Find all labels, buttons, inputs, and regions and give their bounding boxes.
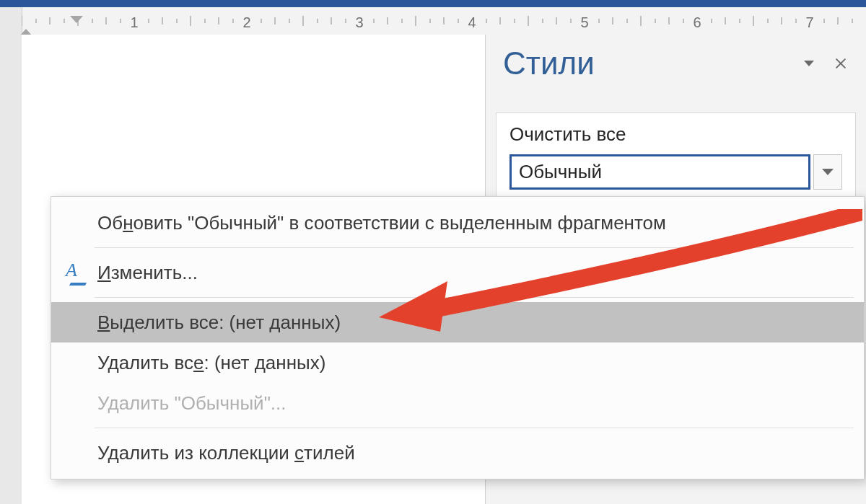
ruler-num: 6 (693, 14, 701, 30)
ruler-num: 3 (355, 14, 363, 30)
menu-remove-from-gallery[interactable]: Удалить из коллекции стилей (51, 433, 864, 473)
styles-list: Очистить все Обычный (496, 112, 856, 206)
modify-style-icon: A (66, 262, 86, 283)
menu-select-all-instances[interactable]: Выделить все: (нет данных) (51, 302, 864, 342)
menu-separator (95, 297, 854, 298)
style-dropdown-button[interactable] (813, 154, 842, 190)
style-selected-label[interactable]: Обычный (509, 154, 810, 190)
menu-separator (95, 428, 854, 428)
ruler-num: 7 (805, 14, 813, 30)
ruler-num: 2 (242, 14, 250, 30)
ruler-num: 4 (468, 14, 476, 30)
menu-remove-all-instances[interactable]: Удалить все: (нет данных) (51, 342, 864, 383)
menu-delete-style: Удалить "Обычный"... (51, 383, 864, 423)
style-context-menu: Обновить "Обычный" в соответствии с выде… (51, 196, 865, 479)
horizontal-ruler[interactable]: 1 2 3 4 5 6 7 (0, 7, 866, 35)
ruler-num: 5 (580, 14, 588, 30)
menu-label: Удалить все: (нет данных) (97, 352, 325, 374)
menu-update-to-match-selection[interactable]: Обновить "Обычный" в соответствии с выде… (51, 203, 864, 243)
menu-label: Удалить из коллекции стилей (97, 442, 355, 464)
styles-pane-title: Стили (503, 45, 790, 81)
menu-label: Изменить... (97, 262, 198, 284)
menu-label: Выделить все: (нет данных) (97, 311, 341, 334)
vertical-ruler-strip (0, 35, 22, 504)
styles-pane-options-button[interactable] (797, 51, 821, 76)
menu-label: Обновить "Обычный" в соответствии с выде… (97, 212, 666, 234)
style-entry-clear-all[interactable]: Очистить все (504, 119, 848, 150)
first-line-indent-marker[interactable] (70, 16, 83, 23)
ruler-scale: 1 2 3 4 5 6 7 (22, 7, 866, 35)
menu-separator (95, 247, 854, 248)
style-entry-normal[interactable]: Обычный (504, 150, 848, 194)
menu-label: Удалить "Обычный"... (97, 392, 287, 415)
styles-pane-header: Стили (486, 35, 866, 92)
ruler-num: 1 (130, 14, 138, 30)
styles-pane-close-button[interactable] (828, 51, 853, 76)
ribbon-edge (0, 0, 866, 7)
menu-modify-style[interactable]: A Изменить... (51, 252, 864, 293)
